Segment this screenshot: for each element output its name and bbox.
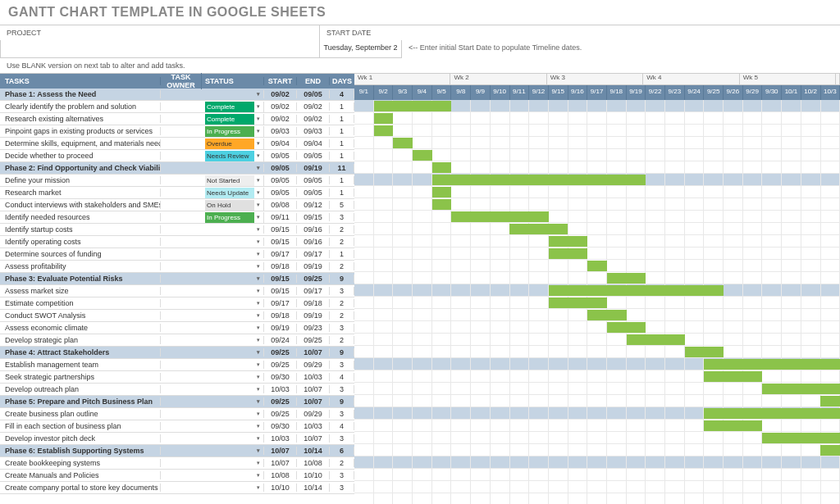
status-cell[interactable]: ▾ <box>202 373 264 381</box>
gantt-bar[interactable] <box>549 236 587 247</box>
gantt-bar[interactable] <box>549 297 607 308</box>
dropdown-icon[interactable]: ▾ <box>254 410 262 418</box>
start-date[interactable]: 09/25 <box>264 397 297 406</box>
start-date[interactable]: 09/03 <box>264 127 297 135</box>
dropdown-icon[interactable]: ▾ <box>254 459 262 467</box>
start-date[interactable]: 10/07 <box>264 459 297 467</box>
start-date[interactable]: 09/05 <box>264 188 297 197</box>
phase-row[interactable]: Phase 6: Establish Supporting Systems▾10… <box>0 445 354 457</box>
start-date[interactable]: 09/25 <box>264 410 297 418</box>
task-row[interactable]: Identify operating costs▾09/1509/162 <box>0 236 354 248</box>
gantt-bar[interactable] <box>374 113 394 124</box>
start-date[interactable]: 09/24 <box>264 336 297 344</box>
gantt-bar[interactable] <box>451 211 548 222</box>
end-date[interactable]: 09/16 <box>297 238 330 246</box>
end-date[interactable]: 10/07 <box>297 385 330 393</box>
dropdown-icon[interactable]: ▾ <box>254 348 262 356</box>
status-cell[interactable]: ▾ <box>202 238 264 246</box>
dropdown-icon[interactable]: ▾ <box>254 188 262 197</box>
task-row[interactable]: Determine skills, equipment, and materia… <box>0 138 354 150</box>
task-row[interactable]: Create bookkeeping systems▾10/0710/082 <box>0 457 354 470</box>
gantt-bar[interactable] <box>549 285 724 296</box>
task-row[interactable]: Develop outreach plan▾10/0310/073 <box>0 384 354 396</box>
dropdown-icon[interactable]: ▾ <box>254 115 262 123</box>
end-date[interactable]: 09/17 <box>297 250 330 258</box>
status-cell[interactable]: In Progress▾ <box>202 126 264 137</box>
gantt-bar[interactable] <box>509 224 568 234</box>
phase-row[interactable]: Phase 5: Prepare and Pitch Business Plan… <box>0 396 354 408</box>
end-date[interactable]: 09/02 <box>297 102 330 111</box>
start-date[interactable]: 09/05 <box>264 152 297 160</box>
gantt-bar[interactable] <box>393 138 413 148</box>
task-row[interactable]: Conduct interviews with stakeholders and… <box>0 199 354 211</box>
status-cell[interactable]: Needs Review▾ <box>202 151 264 161</box>
dropdown-icon[interactable]: ▾ <box>254 90 262 98</box>
dropdown-icon[interactable]: ▾ <box>254 225 262 234</box>
end-date[interactable]: 09/19 <box>297 311 330 320</box>
task-row[interactable]: Define your missionNot Started▾09/0509/0… <box>0 175 354 187</box>
gantt-bar[interactable] <box>762 384 840 394</box>
task-row[interactable]: Research existing alternativesComplete▾0… <box>0 113 354 125</box>
dropdown-icon[interactable]: ▾ <box>254 262 262 270</box>
start-date[interactable]: 09/15 <box>264 275 297 283</box>
dropdown-icon[interactable]: ▾ <box>254 373 262 381</box>
status-cell[interactable]: ▾ <box>202 447 264 455</box>
dropdown-icon[interactable]: ▾ <box>254 127 262 135</box>
gantt-bar[interactable] <box>762 433 840 443</box>
start-date[interactable]: 09/02 <box>264 102 297 111</box>
gantt-bar[interactable] <box>607 322 646 333</box>
end-date[interactable]: 09/25 <box>297 336 330 344</box>
gantt-bar[interactable] <box>432 175 646 185</box>
phase-row[interactable]: Phase 3: Evaluate Potential Risks▾09/150… <box>0 273 354 285</box>
task-row[interactable]: Assess profitability▾09/1809/192 <box>0 261 354 273</box>
start-date[interactable]: 09/04 <box>264 139 297 148</box>
end-date[interactable]: 09/12 <box>297 201 330 209</box>
dropdown-icon[interactable]: ▾ <box>254 471 262 479</box>
dropdown-icon[interactable]: ▾ <box>254 275 262 283</box>
status-cell[interactable]: ▾ <box>202 397 264 406</box>
end-date[interactable]: 09/04 <box>297 139 330 148</box>
dropdown-icon[interactable]: ▾ <box>254 299 262 307</box>
task-row[interactable]: Pinpoint gaps in existing products or se… <box>0 125 354 138</box>
dropdown-icon[interactable]: ▾ <box>254 238 262 246</box>
dropdown-icon[interactable]: ▾ <box>254 176 262 184</box>
status-cell[interactable]: On Hold▾ <box>202 200 264 211</box>
start-date[interactable]: 09/05 <box>264 164 297 172</box>
end-date[interactable]: 09/05 <box>297 176 330 184</box>
end-date[interactable]: 10/07 <box>297 348 330 356</box>
end-date[interactable]: 09/15 <box>297 213 330 221</box>
gantt-bar[interactable] <box>704 371 762 382</box>
status-cell[interactable]: ▾ <box>202 90 264 98</box>
dropdown-icon[interactable]: ▾ <box>254 397 262 406</box>
dropdown-icon[interactable]: ▾ <box>254 250 262 258</box>
status-cell[interactable]: ▾ <box>202 348 264 356</box>
end-date[interactable]: 09/03 <box>297 127 330 135</box>
end-date[interactable]: 09/19 <box>297 164 330 172</box>
end-date[interactable]: 10/03 <box>297 373 330 381</box>
dropdown-icon[interactable]: ▾ <box>254 139 262 148</box>
task-row[interactable]: Determine sources of funding▾09/1709/171 <box>0 248 354 261</box>
status-cell[interactable]: ▾ <box>202 287 264 295</box>
dropdown-icon[interactable]: ▾ <box>254 484 262 492</box>
end-date[interactable]: 09/29 <box>297 361 330 369</box>
start-date[interactable]: 09/30 <box>264 422 297 430</box>
gantt-bar[interactable] <box>587 310 626 320</box>
end-date[interactable]: 09/23 <box>297 324 330 332</box>
start-date[interactable]: 10/10 <box>264 484 297 492</box>
end-date[interactable]: 10/07 <box>297 397 330 406</box>
gantt-bar[interactable] <box>374 101 452 111</box>
task-row[interactable]: Assess market size▾09/1509/173 <box>0 285 354 297</box>
phase-row[interactable]: Phase 1: Assess the Need▾09/0209/054 <box>0 89 354 101</box>
dropdown-icon[interactable]: ▾ <box>254 152 262 160</box>
status-cell[interactable]: ▾ <box>202 299 264 307</box>
end-date[interactable]: 10/03 <box>297 422 330 430</box>
status-cell[interactable]: ▾ <box>202 250 264 258</box>
dropdown-icon[interactable]: ▾ <box>254 422 262 430</box>
status-cell[interactable]: Not Started▾ <box>202 175 264 186</box>
dropdown-icon[interactable]: ▾ <box>254 201 262 209</box>
start-date[interactable]: 09/05 <box>264 176 297 184</box>
gantt-bar[interactable] <box>627 334 685 345</box>
dropdown-icon[interactable]: ▾ <box>254 434 262 443</box>
gantt-bar[interactable] <box>413 150 432 161</box>
task-row[interactable]: Seek strategic partnerships▾09/3010/034 <box>0 371 354 384</box>
